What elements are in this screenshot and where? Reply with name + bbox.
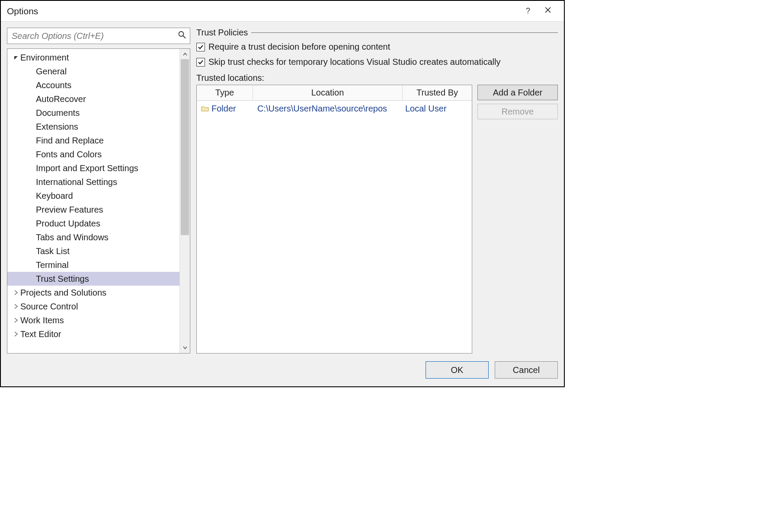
search-input[interactable] — [7, 28, 190, 44]
tree-item-trust-settings[interactable]: Trust Settings — [7, 272, 179, 286]
window-title: Options — [7, 6, 518, 16]
help-button[interactable]: ? — [518, 1, 538, 22]
tree-item-product-updates[interactable]: Product Updates — [7, 217, 179, 230]
tree-item-environment[interactable]: Environment — [7, 51, 179, 64]
tree-item-label: Accounts — [36, 80, 71, 90]
tree-item-find-and-replace[interactable]: Find and Replace — [7, 134, 179, 147]
tree-item-label: Terminal — [36, 260, 69, 270]
dialog-body: EnvironmentGeneralAccountsAutoRecoverDoc… — [1, 22, 564, 360]
dialog-footer: OK Cancel — [1, 360, 564, 386]
tree-item-label: AutoRecover — [36, 94, 86, 104]
scroll-thumb[interactable] — [181, 59, 189, 235]
tree-item-autorecover[interactable]: AutoRecover — [7, 92, 179, 106]
search-icon[interactable] — [178, 31, 186, 41]
tree-item-label: Extensions — [36, 122, 78, 132]
tree-item-documents[interactable]: Documents — [7, 106, 179, 120]
tree-item-fonts-and-colors[interactable]: Fonts and Colors — [7, 147, 179, 161]
search-field-wrap — [7, 28, 190, 44]
checkbox-label: Skip trust checks for temporary location… — [208, 57, 501, 67]
column-trusted-by[interactable]: Trusted By — [403, 85, 472, 100]
cell-type: Folder — [197, 104, 253, 114]
tree-item-label: Keyboard — [36, 191, 73, 201]
tree-item-keyboard[interactable]: Keyboard — [7, 189, 179, 203]
cell-location: C:\Users\UserName\source\repos — [253, 104, 403, 114]
chevron-right-icon[interactable] — [12, 318, 20, 323]
ok-button[interactable]: OK — [426, 361, 489, 379]
column-type[interactable]: Type — [197, 85, 253, 100]
tree-item-terminal[interactable]: Terminal — [7, 258, 179, 272]
cell-type-text: Folder — [211, 104, 236, 114]
titlebar: Options ? — [1, 1, 564, 22]
tree-item-label: Import and Export Settings — [36, 163, 138, 173]
cancel-button[interactable]: Cancel — [495, 361, 558, 379]
tree-item-general[interactable]: General — [7, 64, 179, 78]
group-header: Trust Policies — [196, 28, 558, 38]
group-separator — [251, 32, 558, 33]
cell-trusted-by: Local User — [403, 104, 472, 114]
tree-item-label: Preview Features — [36, 205, 103, 215]
skip-temp-checkbox[interactable]: Skip trust checks for temporary location… — [196, 57, 558, 67]
checkbox-icon — [196, 58, 205, 67]
checkbox-label: Require a trust decision before opening … — [208, 42, 390, 52]
add-folder-button[interactable]: Add a Folder — [477, 85, 558, 100]
column-location[interactable]: Location — [253, 85, 403, 100]
options-dialog: Options ? EnvironmentGeneralAccountsAuto… — [0, 0, 565, 387]
tree-item-label: Task List — [36, 246, 70, 256]
trusted-locations-table[interactable]: Type Location Trusted By FolderC:\Users\… — [196, 85, 472, 354]
tree-item-label: Find and Replace — [36, 136, 104, 146]
tree-item-label: Fonts and Colors — [36, 150, 102, 159]
trusted-locations-row: Type Location Trusted By FolderC:\Users\… — [196, 85, 558, 354]
table-header: Type Location Trusted By — [197, 85, 472, 101]
scroll-up-icon[interactable] — [180, 50, 190, 59]
close-icon — [544, 6, 551, 16]
tree-item-international-settings[interactable]: International Settings — [7, 175, 179, 189]
tree-item-preview-features[interactable]: Preview Features — [7, 203, 179, 217]
svg-point-0 — [179, 32, 184, 36]
chevron-right-icon[interactable] — [12, 304, 20, 309]
tree-item-label: Projects and Solutions — [20, 288, 106, 298]
tree-item-task-list[interactable]: Task List — [7, 244, 179, 258]
tree-item-label: Product Updates — [36, 219, 100, 229]
tree-item-label: Environment — [20, 53, 69, 63]
folder-icon — [201, 104, 209, 114]
tree-item-label: International Settings — [36, 177, 117, 187]
tree-item-source-control[interactable]: Source Control — [7, 299, 179, 313]
chevron-down-icon[interactable] — [12, 55, 20, 60]
tree-item-accounts[interactable]: Accounts — [7, 78, 179, 92]
tree-item-label: Tabs and Windows — [36, 233, 109, 242]
scroll-track[interactable] — [180, 59, 190, 343]
tree-item-label: General — [36, 67, 67, 76]
checkbox-icon — [196, 43, 205, 51]
tree-item-text-editor[interactable]: Text Editor — [7, 327, 179, 341]
tree-item-label: Documents — [36, 108, 80, 118]
tree-item-label: Source Control — [20, 302, 78, 312]
chevron-right-icon[interactable] — [12, 331, 20, 337]
remove-button[interactable]: Remove — [477, 104, 558, 119]
trusted-locations-label: Trusted locations: — [196, 73, 558, 83]
tree-item-label: Work Items — [20, 315, 64, 325]
tree-item-projects-and-solutions[interactable]: Projects and Solutions — [7, 286, 179, 299]
left-panel: EnvironmentGeneralAccountsAutoRecoverDoc… — [7, 28, 190, 354]
tree-item-import-and-export-settings[interactable]: Import and Export Settings — [7, 161, 179, 175]
tree-item-work-items[interactable]: Work Items — [7, 313, 179, 327]
group-title: Trust Policies — [196, 28, 248, 38]
table-row[interactable]: FolderC:\Users\UserName\source\reposLoca… — [197, 101, 472, 116]
tree-item-label: Trust Settings — [36, 274, 89, 284]
tree-item-extensions[interactable]: Extensions — [7, 120, 179, 134]
settings-panel: Trust Policies Require a trust decision … — [196, 28, 558, 354]
table-body: FolderC:\Users\UserName\source\reposLoca… — [197, 101, 472, 353]
tree-item-tabs-and-windows[interactable]: Tabs and Windows — [7, 230, 179, 244]
tree-list[interactable]: EnvironmentGeneralAccountsAutoRecoverDoc… — [7, 49, 179, 353]
table-buttons: Add a Folder Remove — [477, 85, 558, 354]
scroll-down-icon[interactable] — [180, 343, 190, 352]
options-tree: EnvironmentGeneralAccountsAutoRecoverDoc… — [7, 48, 190, 354]
chevron-right-icon[interactable] — [12, 290, 20, 295]
close-button[interactable] — [538, 1, 558, 22]
tree-item-label: Text Editor — [20, 329, 61, 339]
tree-scrollbar[interactable] — [179, 49, 190, 353]
require-trust-checkbox[interactable]: Require a trust decision before opening … — [196, 42, 558, 52]
